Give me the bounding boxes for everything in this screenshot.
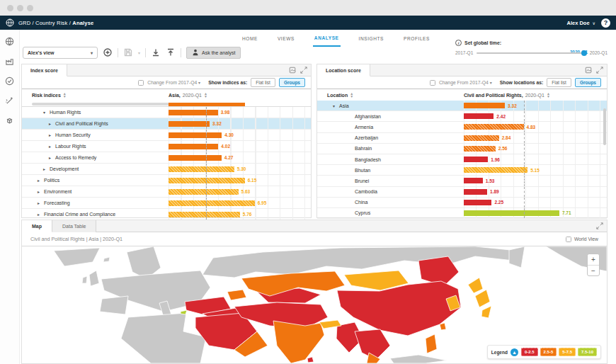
scrollbar-thumb[interactable]: [603, 108, 606, 145]
expand-icon[interactable]: [596, 222, 603, 229]
expand-arrow-icon[interactable]: ▸: [49, 132, 53, 137]
table-row[interactable]: ▾Human Rights3.98: [22, 107, 311, 118]
sort-icon[interactable]: ▲▼: [204, 92, 207, 98]
save-view-button[interactable]: [123, 47, 133, 57]
help-button[interactable]: ?: [601, 18, 610, 28]
expand-arrow-icon[interactable]: ▸: [49, 155, 53, 160]
download-icon[interactable]: [151, 47, 161, 57]
user-menu[interactable]: Alex Doe∨: [566, 20, 595, 26]
score-bar-cell: 1.89: [464, 187, 607, 197]
score-bar: [464, 200, 491, 205]
table-row[interactable]: Bahrain2.56: [317, 144, 607, 154]
export-image-icon[interactable]: [585, 67, 592, 74]
score-bar-cell: 2.42: [464, 111, 607, 121]
reference-line: [206, 118, 207, 129]
check-circle-icon[interactable]: [5, 76, 14, 86]
change-from-checkbox[interactable]: [430, 80, 435, 86]
table-row[interactable]: ▸Civil and Political Rights3.32: [22, 118, 311, 130]
time-slider[interactable]: [477, 52, 586, 54]
table-row[interactable]: Azerbaijan2.84: [317, 133, 607, 144]
legend-collapse-button[interactable]: ▲: [511, 348, 518, 356]
nav-item-insights[interactable]: INSIGHTS: [358, 30, 386, 46]
nav-item-home[interactable]: HOME: [241, 30, 259, 46]
world-view-checkbox[interactable]: [566, 237, 571, 242]
table-row[interactable]: ▸Development5.30: [22, 164, 311, 175]
tab-location-score[interactable]: Location score: [317, 64, 370, 76]
score-value: 3.98: [221, 110, 230, 115]
table-row[interactable]: Cyprus7.71: [317, 208, 607, 219]
change-from-label[interactable]: Change From 2017-Q4 ▾: [439, 80, 492, 85]
table-row[interactable]: ▸Access to Remedy4.27: [22, 152, 311, 164]
score-bar: [169, 178, 245, 183]
column-header-cpr[interactable]: Civil and Political Rights,2020-Q1▲▼: [464, 92, 607, 98]
magic-wand-icon[interactable]: [5, 96, 14, 106]
nav-item-profiles[interactable]: PROFILES: [402, 30, 431, 46]
column-header-asia[interactable]: Asia,2020-Q1▲▼: [169, 92, 311, 98]
column-header-risk-indices[interactable]: Risk indices▲▼: [22, 92, 169, 98]
tab-index-score[interactable]: Index score: [22, 64, 67, 76]
window-control-dot[interactable]: [7, 5, 13, 11]
score-bar: [464, 103, 505, 108]
table-row[interactable]: Cambodia1.89: [317, 187, 607, 198]
table-row[interactable]: ▸Forecasting6.95: [22, 198, 311, 209]
zoom-in-button[interactable]: +: [588, 254, 599, 265]
tab-data-table[interactable]: Data Table: [52, 220, 96, 232]
expand-icon[interactable]: [300, 67, 307, 74]
breadcrumb[interactable]: GRD / Country Risk / Analyse: [18, 20, 93, 26]
expand-icon[interactable]: [596, 67, 603, 74]
table-row[interactable]: Bhutan5.15: [317, 165, 607, 176]
view-select[interactable]: Alex's view▾: [23, 47, 98, 59]
upload-icon[interactable]: [166, 47, 176, 57]
ask-the-analyst-button[interactable]: Ask the analyst: [186, 47, 241, 59]
window-control-dot[interactable]: [17, 5, 23, 11]
change-from-label[interactable]: Change From 2017-Q4 ▾: [147, 80, 200, 85]
table-row[interactable]: ▸Environment5.63: [22, 186, 311, 198]
add-view-button[interactable]: [103, 47, 113, 57]
factory-icon[interactable]: [5, 57, 14, 66]
collapse-arrow-icon[interactable]: ▾: [43, 110, 47, 115]
groups-button[interactable]: Groups: [575, 78, 601, 87]
table-row[interactable]: Bangladesh1.96: [317, 154, 607, 165]
table-row[interactable]: ▸Labour Rights4.02: [22, 141, 311, 152]
nav-item-analyse[interactable]: ANALYSE: [313, 30, 341, 47]
table-row[interactable]: Armenia4.83: [317, 122, 607, 132]
window-control-dot[interactable]: [27, 5, 33, 11]
table-row[interactable]: China2.25: [317, 198, 607, 208]
location-score-panel: Location score Change From 2017-Q4 ▾ Sho…: [316, 64, 608, 218]
expand-arrow-icon[interactable]: ▸: [49, 121, 53, 126]
row-label: Labour Rights: [55, 144, 86, 149]
expand-arrow-icon[interactable]: ▸: [38, 200, 42, 205]
table-row[interactable]: Brunei1.53: [317, 176, 607, 186]
map-legend: Legend ▲ 0-2.52.5-55-7.57.5-10: [487, 345, 601, 359]
chevron-down-icon: ▾: [138, 50, 140, 55]
sort-icon[interactable]: ▲▼: [547, 92, 550, 98]
score-bar-cell: 2.84: [464, 133, 607, 143]
change-from-checkbox[interactable]: [138, 80, 144, 86]
flat-list-button[interactable]: Flat list: [547, 78, 571, 87]
table-row[interactable]: ▸Human Security4.30: [22, 130, 311, 141]
expand-arrow-icon[interactable]: ▸: [38, 189, 42, 194]
tab-map[interactable]: Map: [22, 220, 52, 232]
table-row[interactable]: ▸Financial Crime and Compliance5.76: [22, 209, 311, 220]
sort-icon[interactable]: ▲▼: [350, 92, 353, 98]
collapse-arrow-icon[interactable]: ▾: [333, 103, 337, 108]
zoom-out-button[interactable]: −: [588, 265, 599, 275]
nav-item-views[interactable]: VIEWS: [276, 30, 296, 46]
globe-icon[interactable]: [5, 37, 14, 46]
cubes-icon[interactable]: [5, 116, 14, 125]
expand-arrow-icon[interactable]: ▸: [49, 144, 53, 149]
flat-list-button[interactable]: Flat list: [251, 78, 275, 87]
expand-arrow-icon[interactable]: ▸: [43, 166, 47, 171]
expand-arrow-icon[interactable]: ▸: [38, 178, 42, 183]
groups-button[interactable]: Groups: [279, 78, 305, 87]
table-row[interactable]: ▾Asia3.32: [317, 101, 607, 111]
table-row[interactable]: ▸Politics6.15: [22, 175, 311, 186]
map-region-score-top[interactable]: [181, 310, 187, 314]
sort-icon[interactable]: ▲▼: [63, 92, 67, 98]
info-icon[interactable]: i: [455, 40, 462, 46]
column-header-location[interactable]: Location▲▼: [317, 92, 464, 98]
expand-arrow-icon[interactable]: ▸: [38, 212, 42, 217]
table-row[interactable]: Afghanistan2.42: [317, 111, 607, 122]
export-image-icon[interactable]: [289, 67, 296, 74]
time-slider-handle[interactable]: [581, 50, 587, 56]
